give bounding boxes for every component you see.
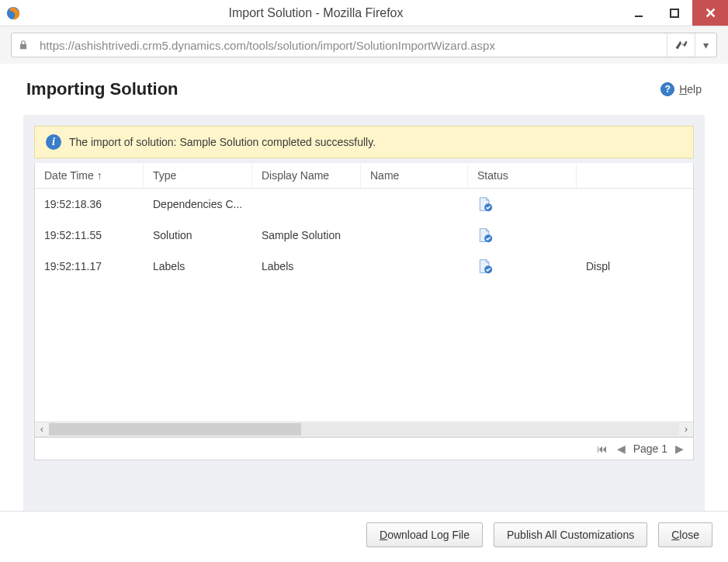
table-row[interactable]: 19:52:11.55 Solution Sample Solution — [35, 220, 693, 251]
import-panel: i The import of solution: Sample Solutio… — [23, 115, 705, 511]
col-extra — [577, 163, 693, 188]
scroll-left-icon[interactable]: ‹ — [35, 424, 49, 435]
scroll-track[interactable] — [49, 423, 679, 435]
publish-button[interactable]: Publish All Customizations — [494, 522, 647, 547]
cell-extra: Displ — [577, 255, 693, 277]
minimize-button[interactable] — [621, 0, 657, 26]
window-titlebar: Import Solution - Mozilla Firefox ✕ — [0, 0, 728, 26]
help-icon: ? — [660, 82, 674, 96]
cell-datetime: 19:52:11.55 — [35, 224, 144, 246]
help-label-rest: elp — [687, 83, 702, 95]
close-button[interactable]: Close — [658, 522, 712, 547]
col-display-name[interactable]: Display Name — [252, 163, 361, 188]
cell-extra — [577, 224, 693, 246]
scroll-right-icon[interactable]: › — [679, 424, 693, 435]
close-rest: lose — [679, 529, 699, 541]
svg-rect-1 — [635, 16, 643, 17]
pager-label: Page 1 — [633, 442, 667, 455]
dropdown-icon[interactable]: ▾ — [695, 33, 716, 57]
col-status[interactable]: Status — [468, 163, 577, 188]
results-grid: Date Time ↑ Type Display Name Name Statu… — [34, 163, 694, 438]
share-icon[interactable] — [667, 33, 695, 57]
cell-type: Dependencies C... — [144, 193, 252, 215]
page-title: Importing Solution — [26, 79, 179, 99]
help-link[interactable]: ? Help — [660, 82, 702, 96]
lock-icon — [12, 40, 35, 50]
window-controls: ✕ — [621, 0, 728, 26]
svg-rect-2 — [671, 9, 678, 17]
cell-datetime: 19:52:11.17 — [35, 255, 144, 277]
maximize-button[interactable] — [657, 0, 692, 26]
cell-status — [468, 193, 577, 215]
success-banner: i The import of solution: Sample Solutio… — [34, 126, 694, 158]
close-window-button[interactable]: ✕ — [692, 0, 728, 26]
cell-name — [361, 224, 468, 246]
pager: ⏮ ◀ Page 1 ▶ — [34, 438, 694, 460]
horizontal-scrollbar[interactable]: ‹ › — [35, 422, 693, 437]
cell-type: Solution — [144, 224, 252, 246]
cell-display-name: Sample Solution — [252, 224, 361, 246]
cell-display-name — [252, 193, 361, 215]
cell-extra — [577, 193, 693, 215]
info-icon: i — [46, 134, 61, 150]
table-row[interactable]: 19:52:11.17 Labels Labels Displ — [35, 251, 693, 282]
banner-text: The import of solution: Sample Solution … — [69, 136, 376, 148]
address-bar: ▾ — [11, 33, 717, 57]
window-title: Import Solution - Mozilla Firefox — [11, 6, 621, 20]
cell-name — [361, 193, 468, 215]
grid-body: 19:52:18.36 Dependencies C... 19:52:11.5… — [35, 189, 693, 422]
sort-asc-icon: ↑ — [97, 169, 102, 182]
table-row[interactable]: 19:52:18.36 Dependencies C... — [35, 189, 693, 220]
col-datetime[interactable]: Date Time ↑ — [35, 163, 144, 188]
url-input[interactable] — [35, 39, 667, 52]
grid-header: Date Time ↑ Type Display Name Name Statu… — [35, 163, 693, 189]
col-name[interactable]: Name — [361, 163, 468, 188]
cell-type: Labels — [144, 255, 252, 277]
prev-page-icon[interactable]: ◀ — [615, 442, 627, 455]
footer-buttons: Download Log File Publish All Customizat… — [0, 511, 728, 558]
download-log-button[interactable]: Download Log File — [366, 522, 483, 547]
next-page-icon[interactable]: ▶ — [674, 442, 685, 455]
cell-display-name: Labels — [252, 255, 361, 277]
cell-status — [468, 255, 577, 277]
cell-status — [468, 224, 577, 246]
cell-datetime: 19:52:18.36 — [35, 193, 144, 215]
scroll-thumb[interactable] — [49, 423, 301, 435]
first-page-icon[interactable]: ⏮ — [595, 442, 609, 455]
col-datetime-label: Date Time — [44, 169, 94, 182]
download-rest: ownload Log File — [387, 529, 470, 541]
cell-name — [361, 255, 468, 277]
col-type[interactable]: Type — [144, 163, 252, 188]
